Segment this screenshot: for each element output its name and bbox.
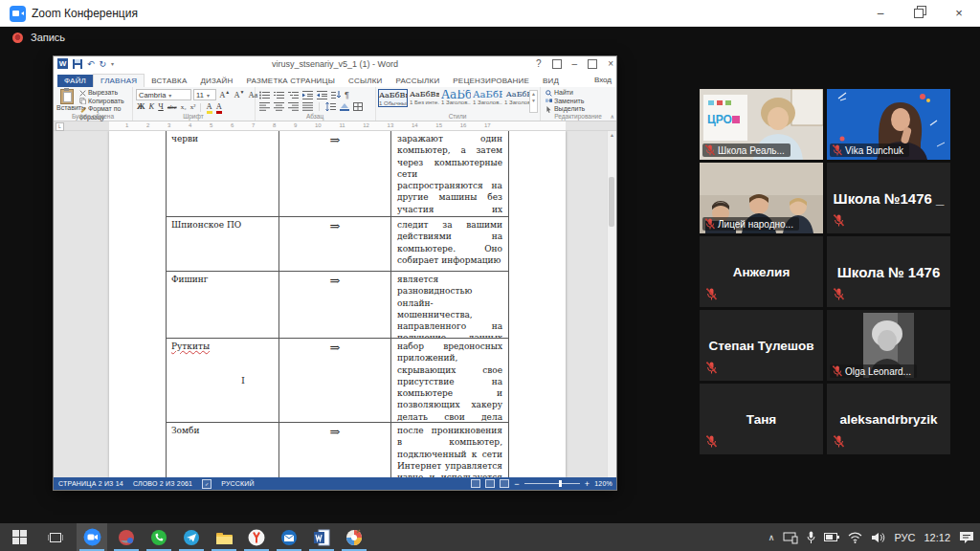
term-cell[interactable]: Фишинг: [166, 272, 278, 338]
volume-icon[interactable]: [871, 532, 885, 543]
decrease-indent-icon[interactable]: [302, 91, 313, 99]
help-icon[interactable]: ?: [536, 58, 542, 69]
desc-cell[interactable]: является разновидностью онлайн-мошенниче…: [390, 272, 509, 338]
tab-view[interactable]: ВИД: [536, 75, 566, 87]
shrink-font-button[interactable]: А▼: [234, 90, 244, 99]
term-cell[interactable]: Шпионское ПО: [166, 217, 278, 271]
line-spacing-icon[interactable]: [325, 102, 336, 111]
arrow-cell[interactable]: ⇒: [278, 423, 390, 477]
desc-cell[interactable]: набор вредоносных приложений, скрывающих…: [390, 339, 509, 422]
term-cell[interactable]: Зомби: [166, 423, 278, 477]
cast-display-icon[interactable]: [783, 531, 798, 544]
taskbar-file-explorer[interactable]: [209, 523, 239, 551]
sort-icon[interactable]: [331, 91, 341, 99]
align-right-icon[interactable]: [288, 102, 299, 111]
microphone-icon[interactable]: [807, 531, 815, 544]
multilevel-list-icon[interactable]: [288, 91, 299, 99]
font-size-combo[interactable]: 11▾: [193, 89, 216, 100]
zoom-out-icon[interactable]: −: [514, 479, 519, 489]
participant-tile[interactable]: aleksandrbryzik: [827, 384, 950, 454]
zoom-in-icon[interactable]: +: [585, 479, 590, 489]
taskbar-whatsapp[interactable]: [144, 523, 174, 551]
bold-button[interactable]: Ж: [137, 101, 145, 111]
style-heading2[interactable]: АаБбВ1 Заголов...: [473, 89, 502, 107]
word-minimize-button[interactable]: –: [572, 58, 578, 69]
participant-tile[interactable]: ЦРО Школа Реаль...: [700, 89, 823, 160]
underline-button[interactable]: Ч: [158, 101, 164, 111]
numbering-icon[interactable]: [274, 91, 284, 99]
participant-tile[interactable]: Школа №1476 _: [827, 163, 950, 233]
ruler[interactable]: L 1 2 3 4 5 6 7 8 9 10 11 12 13 14 15 16…: [54, 121, 616, 131]
language-indicator[interactable]: РУССКИЙ: [221, 480, 255, 487]
scroll-up-icon[interactable]: ▲: [608, 132, 616, 138]
taskbar-yandex-browser[interactable]: [241, 523, 272, 551]
cut-button[interactable]: Вырезать: [79, 89, 132, 98]
document-page[interactable]: черви ⇒ заражают один компьютер, а затем…: [109, 131, 566, 477]
grow-font-button[interactable]: А▲: [219, 90, 230, 99]
close-button[interactable]: ×: [940, 0, 978, 27]
word-restore-button[interactable]: [588, 59, 597, 69]
word-count[interactable]: СЛОВО 2 ИЗ 2061: [133, 480, 192, 487]
collapse-ribbon-icon[interactable]: ∧: [611, 113, 614, 120]
scrollbar-thumb[interactable]: [609, 177, 614, 227]
desc-cell[interactable]: заражают один компьютер, а затем через к…: [390, 131, 509, 216]
wifi-icon[interactable]: [848, 532, 862, 543]
tab-references[interactable]: ССЫЛКИ: [342, 75, 390, 87]
web-layout-icon[interactable]: [500, 479, 509, 488]
tab-insert[interactable]: ВСТАВКА: [145, 75, 193, 87]
align-center-icon[interactable]: [274, 102, 284, 111]
shading-icon[interactable]: [340, 102, 349, 111]
participant-tile-active-speaker[interactable]: Лицей народно...: [700, 163, 823, 233]
taskbar-zoom-app[interactable]: [77, 523, 107, 551]
tab-design[interactable]: ДИЗАЙН: [193, 75, 239, 87]
superscript-button[interactable]: x²: [190, 103, 196, 111]
page-indicator[interactable]: СТРАНИЦА 2 ИЗ 14: [58, 480, 123, 487]
tab-home[interactable]: ГЛАВНАЯ: [93, 74, 145, 87]
taskbar-red-app[interactable]: [111, 523, 142, 551]
taskbar-telegram[interactable]: [176, 523, 207, 551]
language-indicator[interactable]: РУС: [894, 532, 915, 543]
tray-chevron-icon[interactable]: ∧: [768, 533, 775, 542]
minimize-button[interactable]: –: [861, 0, 900, 27]
increase-indent-icon[interactable]: [317, 91, 327, 99]
replace-button[interactable]: Заменить: [546, 98, 585, 106]
italic-button[interactable]: К: [149, 101, 155, 111]
action-center-icon[interactable]: [959, 531, 974, 544]
proofing-icon[interactable]: ✓: [202, 479, 212, 489]
copy-button[interactable]: Копировать: [79, 98, 132, 106]
participant-tile[interactable]: Vika Bunchuk: [827, 89, 950, 160]
bullets-icon[interactable]: [259, 91, 270, 99]
style-heading1[interactable]: АаБб1 Заголов...: [441, 89, 471, 107]
arrow-cell[interactable]: ⇒: [278, 339, 390, 422]
task-view-button[interactable]: [40, 523, 71, 551]
clock[interactable]: 12:12: [924, 532, 950, 543]
document-scrollbar[interactable]: ▲: [607, 131, 616, 477]
participant-tile[interactable]: Анжелия: [700, 236, 823, 307]
tab-review[interactable]: РЕЦЕНЗИРОВАНИЕ: [446, 75, 536, 87]
styles-gallery-scroll[interactable]: ▲▼: [529, 90, 538, 113]
participant-tile[interactable]: Степан Тулешов: [700, 310, 823, 381]
ribbon-options-icon[interactable]: [552, 59, 562, 69]
battery-icon[interactable]: [824, 532, 839, 542]
tab-selector[interactable]: L: [56, 122, 64, 131]
find-button[interactable]: Найти: [546, 89, 585, 98]
desc-cell[interactable]: следит за вашими действиями на компьютер…: [390, 217, 509, 271]
start-button[interactable]: [4, 523, 34, 551]
pilcrow-icon[interactable]: ¶: [345, 90, 349, 99]
arrow-cell[interactable]: ⇒: [278, 217, 390, 271]
term-cell[interactable]: черви: [166, 131, 278, 216]
read-mode-icon[interactable]: [471, 479, 480, 488]
taskbar-mail[interactable]: [274, 523, 304, 551]
strikethrough-button[interactable]: abc: [167, 103, 177, 111]
arrow-cell[interactable]: ⇒: [278, 131, 390, 216]
borders-icon[interactable]: [353, 102, 363, 111]
arrow-cell[interactable]: ⇒: [278, 272, 390, 338]
print-layout-icon[interactable]: [485, 479, 495, 488]
tab-file[interactable]: ФАЙЛ: [57, 75, 93, 87]
signin-link[interactable]: Вход: [594, 76, 612, 84]
taskbar-word[interactable]: [306, 523, 337, 551]
paste-button[interactable]: Вставить: [56, 89, 78, 111]
term-cell[interactable]: Руткиты I: [166, 339, 278, 422]
participant-tile[interactable]: Школа № 1476: [827, 236, 950, 307]
taskbar-paint-app[interactable]: [339, 523, 369, 551]
